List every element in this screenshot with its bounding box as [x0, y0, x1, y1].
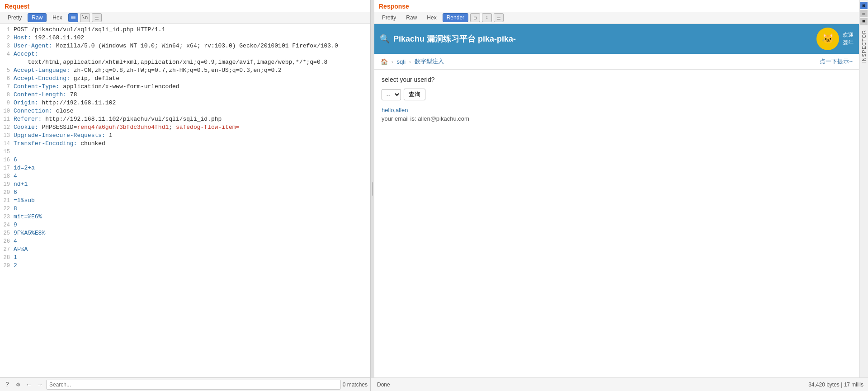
code-line: 16 6 — [0, 156, 370, 164]
home-icon[interactable]: 🏠 — [381, 58, 388, 65]
query-button[interactable]: 查询 — [404, 89, 425, 100]
breadcrumb-sqli[interactable]: sqli — [397, 58, 406, 65]
response-panel: Response Pretty Raw Hex Render ⊟ ↕ ☰ 🔍 P… — [374, 0, 859, 377]
code-line: 8 Content-Length: 78 — [0, 91, 370, 99]
rendered-body: select your userid? -- 查询 hello,allen yo… — [374, 70, 859, 128]
code-line: 27 AF%A — [0, 245, 370, 254]
code-line: 20 6 — [0, 188, 370, 197]
menu-btn[interactable]: ☰ — [92, 13, 102, 22]
breadcrumb-numeric-inject[interactable]: 数字型注入 — [415, 57, 444, 66]
code-line: 14 Transfer-Encoding: chunked — [0, 140, 370, 148]
response-menu-btn[interactable]: ☰ — [494, 13, 504, 22]
pretty-format-btn[interactable]: ≡≡ — [68, 13, 78, 22]
code-line: 28 1 — [0, 254, 370, 262]
tab-response-pretty[interactable]: Pretty — [378, 13, 400, 22]
settings-icon[interactable]: ⚙ — [14, 380, 23, 389]
select-row: -- 查询 — [382, 89, 852, 100]
request-panel: Request Pretty Raw Hex ≡≡ \n ☰ 1 POST /p… — [0, 0, 371, 377]
tab-hex[interactable]: Hex — [48, 13, 66, 22]
code-line: 9 Origin: http://192.168.11.102 — [0, 99, 370, 107]
code-line: 12 Cookie: PHPSESSID=renq47a6guh73bfdc3u… — [0, 123, 370, 132]
code-line: 1 POST /pikachu/vul/sqli/sqli_id.php HTT… — [0, 26, 370, 34]
code-line: 4 Accept: text/html,application/xhtml+xm… — [0, 50, 370, 66]
prev-search-icon[interactable]: ← — [24, 380, 33, 389]
match-count: 0 matches — [343, 382, 368, 388]
inspector-menu-btn[interactable]: ☰ — [860, 18, 868, 25]
code-line: 29 2 — [0, 262, 370, 270]
code-line: 11 Referer: http://192.168.11.102/pikach… — [0, 115, 370, 123]
code-line: 21 =1&sub — [0, 197, 370, 205]
request-title: Request — [0, 0, 370, 12]
newline-btn[interactable]: \n — [80, 13, 90, 22]
response-size-status: 34,420 bytes | 17 millis — [808, 382, 863, 388]
bottom-bar: ? ⚙ ← → 0 matches Done 34,420 bytes | 17… — [0, 377, 868, 391]
inspector-sidebar: ⊞ ▭ ☰ INSPECTOR — [859, 0, 868, 377]
userid-question: select your userid? — [382, 76, 852, 83]
response-toolbar: Pretty Raw Hex Render ⊟ ↕ ☰ — [374, 12, 859, 24]
next-search-icon[interactable]: → — [35, 380, 44, 389]
code-line: 22 8 — [0, 205, 370, 213]
code-line: 5 Accept-Language: zh-CN,zh;q=0.8,zh-TW;… — [0, 66, 370, 75]
avatar: 🐱 — [816, 28, 839, 50]
tab-response-hex[interactable]: Hex — [423, 13, 440, 22]
request-code-area[interactable]: 1 POST /pikachu/vul/sqli/sqli_id.php HTT… — [0, 24, 370, 377]
code-line: 6 Accept-Encoding: gzip, deflate — [0, 75, 370, 83]
code-line: 7 Content-Type: application/x-www-form-u… — [0, 83, 370, 91]
response-scroll-btn[interactable]: ↕ — [482, 13, 492, 22]
response-content[interactable]: 🔍 Pikachu 漏洞练习平台 pika-pika- 🐱 欢迎袭年 🏠 › s… — [374, 24, 859, 377]
rendered-header: 🔍 Pikachu 漏洞练习平台 pika-pika- 🐱 欢迎袭年 — [374, 24, 859, 54]
search-icon: 🔍 — [380, 34, 390, 44]
right-bottom-bar: Done 34,420 bytes | 17 millis — [371, 377, 868, 391]
query-result: hello,allen your email is: allen@pikachu… — [382, 107, 852, 122]
hint-link[interactable]: 点一下提示~ — [820, 57, 853, 66]
inspector-panel-btn[interactable]: ▭ — [860, 10, 868, 17]
request-toolbar: Pretty Raw Hex ≡≡ \n ☰ — [0, 12, 370, 24]
result-email: your email is: allen@pikachu.com — [382, 115, 852, 122]
tab-pretty[interactable]: Pretty — [4, 13, 26, 22]
breadcrumb: 🏠 › sqli › 数字型注入 点一下提示~ — [374, 54, 859, 70]
welcome-text: 欢迎袭年 — [843, 31, 854, 47]
code-line: 15 — [0, 148, 370, 156]
code-line: 18 4 — [0, 172, 370, 180]
tab-raw[interactable]: Raw — [28, 13, 47, 22]
code-line: 10 Connection: close — [0, 107, 370, 115]
code-line: 25 9F%A5%E8% — [0, 229, 370, 237]
code-line: 23 mit=%E6% — [0, 213, 370, 221]
response-title: Response — [374, 0, 859, 12]
help-icon[interactable]: ? — [3, 380, 12, 389]
tab-response-raw[interactable]: Raw — [402, 13, 421, 22]
search-input[interactable] — [46, 380, 341, 390]
rendered-site-title: Pikachu 漏洞练习平台 pika-pika- — [393, 33, 816, 44]
inspector-label: INSPECTOR — [861, 30, 867, 63]
userid-select[interactable]: -- — [382, 89, 401, 100]
status-left: Done — [375, 382, 390, 388]
left-bottom-bar: ? ⚙ ← → 0 matches — [0, 377, 371, 391]
code-line: 17 id=2+a — [0, 164, 370, 172]
panel-splitter[interactable] — [371, 0, 374, 377]
code-line: 2 Host: 192.168.11.102 — [0, 34, 370, 42]
tab-response-render[interactable]: Render — [443, 13, 468, 22]
code-line: 19 nd+1 — [0, 180, 370, 188]
inspector-grid-btn[interactable]: ⊞ — [860, 2, 868, 9]
code-line: 26 4 — [0, 237, 370, 245]
result-hello: hello,allen — [382, 107, 852, 113]
response-wrap-btn[interactable]: ⊟ — [470, 13, 480, 22]
code-line: 13 Upgrade-Insecure-Requests: 1 — [0, 132, 370, 140]
code-line: 3 User-Agent: Mozilla/5.0 (Windows NT 10… — [0, 42, 370, 50]
code-line: 24 9 — [0, 221, 370, 229]
